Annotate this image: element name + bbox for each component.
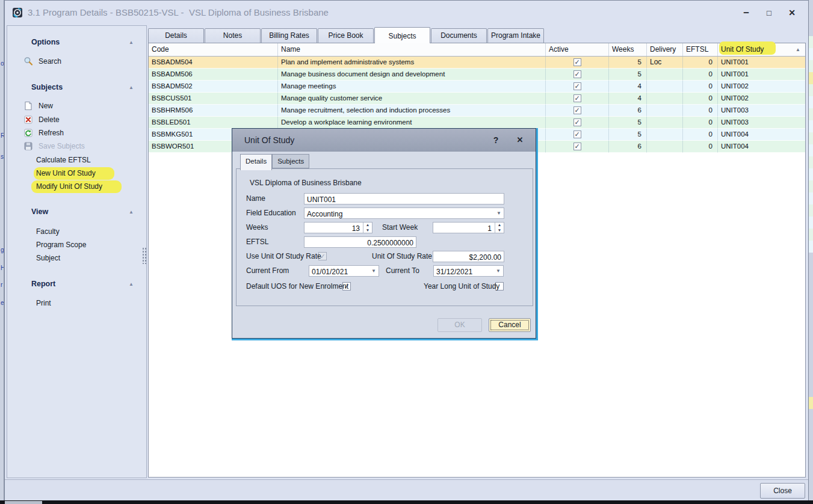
column-header-active[interactable]: Active xyxy=(546,43,609,56)
column-header-eftsl[interactable]: EFTSL xyxy=(683,43,718,56)
checkbox-checked[interactable]: ✓ xyxy=(573,118,581,126)
checkbox-checked[interactable]: ✓ xyxy=(573,143,581,150)
tab-documents[interactable]: Documents xyxy=(431,28,487,43)
chevron-down-icon[interactable]: ▼ xyxy=(496,208,501,218)
current-to-datepicker[interactable]: ▼ xyxy=(433,265,504,277)
spinner-buttons[interactable]: ▲ ▼ xyxy=(363,223,372,233)
column-header-name[interactable]: Name xyxy=(278,43,546,56)
minimize-button[interactable]: – xyxy=(735,7,758,19)
rate-field[interactable] xyxy=(433,251,504,262)
sidebar-item-search[interactable]: Search xyxy=(7,55,146,68)
item-label: Delete xyxy=(39,114,60,126)
cell-code: BSBCUS501 xyxy=(149,93,278,105)
close-button[interactable]: Close xyxy=(760,483,805,499)
spin-up-icon[interactable]: ▲ xyxy=(495,223,504,228)
collapse-icon[interactable]: ▲ xyxy=(129,281,134,287)
sidebar-item-faculty[interactable]: Faculty xyxy=(7,226,146,238)
cell-eftsl: 0 xyxy=(683,141,718,153)
rate-label: Unit Of Study Rate xyxy=(372,251,432,262)
help-icon[interactable]: ? xyxy=(490,129,502,152)
dialog-tab-subjects[interactable]: Subjects xyxy=(272,154,309,168)
column-header-code[interactable]: Code xyxy=(149,43,278,56)
cell-eftsl: 0 xyxy=(683,81,718,93)
tab-program-intake[interactable]: Program Intake xyxy=(487,28,544,43)
spin-up-icon[interactable]: ▲ xyxy=(363,223,372,228)
sidebar-item-program-scope[interactable]: Program Scope xyxy=(7,239,146,251)
sidebar-section-options[interactable]: Options ▲ xyxy=(31,37,134,48)
table-row[interactable]: BSBLED501 Develop a workplace learning e… xyxy=(149,117,805,129)
checkbox-checked[interactable]: ✓ xyxy=(573,82,581,90)
start-week-stepper[interactable]: ▲ ▼ xyxy=(433,222,504,233)
current-from-datepicker[interactable]: ▼ xyxy=(309,265,379,277)
name-field[interactable] xyxy=(304,193,504,204)
sidebar-item-refresh[interactable]: Refresh xyxy=(7,127,146,140)
dialog-tab-details[interactable]: Details xyxy=(240,154,272,170)
table-row[interactable]: BSBHRM506 Manage recruitment, selection … xyxy=(149,105,805,117)
tab-notes[interactable]: Notes xyxy=(205,28,261,43)
cell-code: BSBADM504 xyxy=(149,57,278,69)
sidebar-splitter-handle[interactable] xyxy=(142,247,146,264)
collapse-icon[interactable]: ▲ xyxy=(129,209,134,215)
ok-button-disabled: OK xyxy=(437,318,482,332)
window-footer: Close xyxy=(5,479,808,500)
tab-details[interactable]: Details xyxy=(148,28,204,43)
column-header-delivery-loc[interactable]: Delivery Loc xyxy=(647,43,683,56)
sliver-rows xyxy=(809,36,813,253)
sidebar-item-new[interactable]: New xyxy=(7,100,146,112)
dialog-close-icon[interactable]: ✕ xyxy=(514,129,526,152)
sidebar-item-calculate-eftsl[interactable]: Calculate EFTSL xyxy=(7,154,146,167)
cell-eftsl: 0 xyxy=(683,117,718,129)
cell-eftsl: 0 xyxy=(683,105,718,117)
weeks-stepper[interactable]: ▲ ▼ xyxy=(304,222,372,233)
checkbox-checked[interactable]: ✓ xyxy=(573,58,581,66)
cell-eftsl: 0 xyxy=(683,69,718,81)
cell-code: BSBLED501 xyxy=(149,117,278,129)
sidebar-item-delete[interactable]: Delete xyxy=(7,114,146,126)
checkbox-checked[interactable]: ✓ xyxy=(573,94,581,102)
edge-fragment: o xyxy=(1,60,4,67)
tab-billing-rates[interactable]: Billing Rates xyxy=(261,28,317,43)
checkbox-checked[interactable]: ✓ xyxy=(573,131,581,138)
table-row[interactable]: BSBADM506 Manage business document desig… xyxy=(149,69,805,81)
field-education-dropdown[interactable]: ▼ xyxy=(304,207,504,219)
table-row[interactable]: BSBCUS501 Manage quality customer servic… xyxy=(149,93,805,105)
sidebar-section-subjects[interactable]: Subjects ▲ xyxy=(31,82,134,93)
window-close-button[interactable]: ✕ xyxy=(781,8,803,17)
tab-price-book[interactable]: Price Book xyxy=(318,28,374,43)
sidebar-section-view[interactable]: View ▲ xyxy=(31,206,134,217)
checkbox-checked[interactable]: ✓ xyxy=(573,70,581,78)
item-label: New xyxy=(39,100,53,112)
sort-ascending-icon[interactable]: ▲ xyxy=(796,43,800,56)
column-header-unit-of-study[interactable]: Unit Of Study ▲ xyxy=(718,43,805,56)
field-education-label: Field Education xyxy=(246,207,296,219)
tab-subjects[interactable]: Subjects xyxy=(374,27,430,43)
chevron-down-icon[interactable]: ▼ xyxy=(496,266,501,276)
cell-active: ✓ xyxy=(546,117,609,129)
collapse-icon[interactable]: ▲ xyxy=(129,85,134,90)
column-header-weeks[interactable]: Weeks xyxy=(609,43,647,56)
cell-delivery-loc xyxy=(647,81,683,93)
unit-of-study-dialog: Unit Of Study ? ✕ Details Subjects VSL D… xyxy=(232,128,536,339)
spinner-buttons[interactable]: ▲ ▼ xyxy=(495,223,504,233)
eftsl-field[interactable] xyxy=(304,236,416,248)
sidebar-item-print[interactable]: Print xyxy=(7,297,146,310)
sidebar-section-report[interactable]: Report ▲ xyxy=(31,278,134,289)
table-row[interactable]: BSBADM502 Manage meetings ✓ 4 0 UNIT002 xyxy=(149,81,805,93)
sidebar-item-modify-unit-of-study[interactable]: Modify Unit Of Study xyxy=(7,180,146,193)
cell-eftsl: 0 xyxy=(683,93,718,105)
refresh-icon xyxy=(23,128,33,138)
cell-weeks: 4 xyxy=(609,81,647,93)
checkbox-checked[interactable]: ✓ xyxy=(573,106,581,114)
collapse-icon[interactable]: ▲ xyxy=(129,40,134,45)
spin-down-icon[interactable]: ▼ xyxy=(363,228,372,233)
sidebar-item-subject[interactable]: Subject xyxy=(7,252,146,265)
maximize-button[interactable]: □ xyxy=(758,8,781,17)
cancel-button[interactable]: Cancel xyxy=(489,318,531,332)
spin-down-icon[interactable]: ▼ xyxy=(495,228,504,233)
chevron-down-icon[interactable]: ▼ xyxy=(371,266,376,276)
table-row[interactable]: BSBADM504 Plan and implement administrat… xyxy=(149,57,805,69)
cell-name: Develop a workplace learning environment xyxy=(278,117,546,129)
dialog-details-panel: VSL Diploma of Business Brisbane Name Fi… xyxy=(236,168,533,306)
edge-fragment: e xyxy=(1,300,4,306)
sidebar-item-new-unit-of-study[interactable]: New Unit Of Study xyxy=(7,167,146,180)
